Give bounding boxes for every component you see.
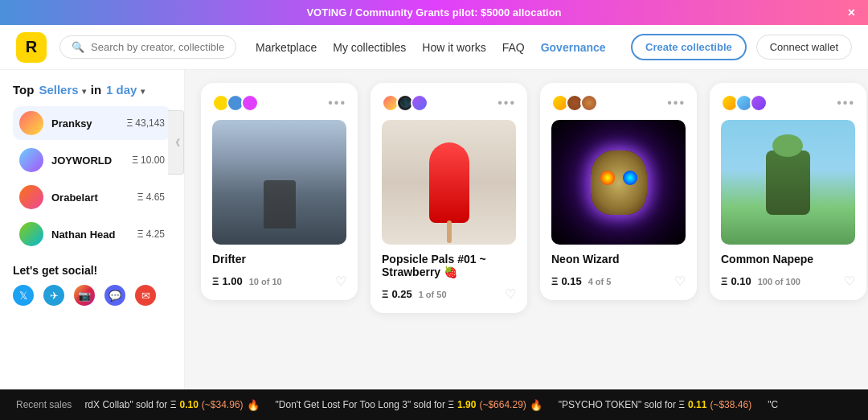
recent-sales-bar: Recent sales rdX Collab" sold for Ξ 0.10…	[0, 389, 868, 420]
fire-icon-1: 🔥	[247, 399, 260, 411]
nft-card-drifter: ••• Drifter Ξ 1.00 10 of 10 ♡	[201, 83, 358, 300]
popsicle-artwork	[382, 120, 516, 245]
napepe-artwork	[721, 120, 855, 245]
header-actions: Create collectible Connect wallet	[631, 34, 852, 60]
seller-avatar-orabelart	[19, 185, 43, 209]
recent-sales-ticker: rdX Collab" sold for Ξ 0.10 (~$34.96) 🔥 …	[84, 399, 778, 411]
eth-symbol: Ξ	[132, 154, 138, 166]
card-image-neon-wizard[interactable]	[551, 120, 686, 245]
card-footer-popsicle: Ξ 0.25 1 of 50 ♡	[382, 286, 516, 302]
sellers-period[interactable]: 1 day ▾	[106, 83, 145, 97]
skull-eye-right	[623, 171, 637, 185]
seller-score-orabelart: Ξ 4.65	[137, 191, 165, 203]
nft-card-napepe: ••• Common Napepe Ξ 0.10 100 of 100 ♡	[710, 83, 866, 300]
card-menu-drifter[interactable]: •••	[328, 96, 346, 110]
heart-icon-napepe[interactable]: ♡	[844, 274, 855, 289]
card-menu-napepe[interactable]: •••	[837, 96, 855, 110]
nav-my-collectibles[interactable]: My collectibles	[333, 41, 406, 54]
nav-governance[interactable]: Governance	[541, 41, 606, 54]
sale-item-1: rdX Collab" sold for Ξ 0.10 (~$34.96) 🔥	[84, 399, 259, 411]
connect-wallet-button[interactable]: Connect wallet	[756, 35, 852, 60]
seller-item-joyworld[interactable]: JOYWORLD Ξ 10.00	[13, 143, 171, 177]
sale-change-3: (~$38.46)	[710, 399, 751, 410]
card-menu-neon-wizard[interactable]: •••	[667, 96, 686, 110]
discord-icon[interactable]: 💬	[104, 285, 125, 306]
skull-eye-left	[600, 171, 615, 185]
skull-face	[591, 150, 647, 215]
content-area: ••• Drifter Ξ 1.00 10 of 10 ♡ 🌑	[185, 70, 868, 420]
eth-symbol: Ξ	[126, 117, 133, 129]
nav-faq[interactable]: FAQ	[502, 41, 525, 54]
sale-change-1: (~$34.96)	[202, 399, 244, 410]
seller-name-joyworld: JOYWORLD	[51, 154, 124, 167]
card-avatar-3	[241, 94, 259, 112]
card-image-drifter[interactable]	[212, 120, 346, 245]
card-avatars-drifter	[212, 94, 256, 112]
seller-avatar-nathan	[19, 222, 43, 246]
fire-icon-2: 🔥	[530, 399, 542, 411]
banner-text: VOTING / Community Grants pilot: $5000 a…	[306, 6, 561, 19]
seller-name-nathan: Nathan Head	[51, 229, 129, 241]
nft-edition-neon-wizard: 4 of 5	[588, 277, 612, 286]
eth-symbol: Ξ	[721, 275, 727, 287]
card-header-neon-wizard: •••	[551, 94, 686, 112]
seller-name-orabelart: Orabelart	[51, 191, 129, 204]
sale-item-4: "C	[768, 399, 778, 410]
eth-symbol: Ξ	[212, 275, 219, 287]
email-icon[interactable]: ✉	[135, 285, 156, 306]
twitter-icon[interactable]: 𝕏	[13, 285, 34, 306]
create-collectible-button[interactable]: Create collectible	[631, 34, 747, 60]
card-avatar-nw3	[580, 94, 598, 112]
telegram-icon[interactable]: ✈	[43, 285, 64, 306]
social-icons: 𝕏 ✈ 📷 💬 ✉	[13, 285, 171, 306]
search-input[interactable]	[91, 41, 224, 53]
sidebar-collapse-button[interactable]: 《	[168, 110, 184, 175]
heart-icon-neon-wizard[interactable]: ♡	[674, 274, 686, 289]
sellers-dropdown-arrow[interactable]: ▾	[82, 87, 86, 96]
seller-item-nathan[interactable]: Nathan Head Ξ 4.25	[13, 217, 171, 251]
social-section: Let's get social! 𝕏 ✈ 📷 💬 ✉	[13, 264, 171, 306]
card-avatar-p3	[411, 94, 428, 112]
nft-edition-napepe: 100 of 100	[758, 277, 800, 286]
recent-sales-label: Recent sales	[16, 399, 72, 410]
announcement-banner: VOTING / Community Grants pilot: $5000 a…	[0, 0, 868, 25]
search-box: 🔍	[59, 35, 236, 59]
seller-avatar-pranksy	[19, 111, 43, 135]
top-sellers-header: Top Sellers ▾ in 1 day ▾	[13, 83, 171, 97]
sale-item-3: "PSYCHO TOKEN" sold for Ξ 0.11 (~$38.46)	[559, 399, 751, 410]
seller-list: Pranksy Ξ 43,143 JOYWORLD Ξ 10.00 Orabel…	[13, 106, 171, 251]
instagram-icon[interactable]: 📷	[74, 285, 95, 306]
nav-how-it-works[interactable]: How it works	[422, 41, 485, 54]
card-header-popsicle: 🌑 •••	[382, 94, 516, 112]
eth-symbol: Ξ	[137, 191, 144, 203]
period-dropdown-arrow[interactable]: ▾	[141, 87, 145, 96]
logo[interactable]: R	[16, 32, 47, 63]
sidebar: 《 Top Sellers ▾ in 1 day ▾ Pranksy Ξ 43,…	[0, 70, 185, 420]
seller-name-pranksy: Pranksy	[51, 117, 118, 130]
seller-item-pranksy[interactable]: Pranksy Ξ 43,143	[13, 106, 171, 140]
social-title: Let's get social!	[13, 264, 171, 277]
card-header-drifter: •••	[212, 94, 346, 112]
card-avatars-neon-wizard	[551, 94, 595, 112]
card-image-napepe[interactable]	[721, 120, 855, 245]
card-image-popsicle[interactable]	[382, 120, 516, 245]
top-sellers-highlight: Sellers ▾	[39, 83, 85, 97]
seller-score-nathan: Ξ 4.25	[137, 229, 165, 240]
sale-item-2: "Don't Get Lost For Too Long 3" sold for…	[276, 399, 542, 411]
seller-avatar-joyworld	[19, 148, 43, 172]
popsicle-shape	[429, 142, 469, 223]
seller-item-orabelart[interactable]: Orabelart Ξ 4.65	[13, 180, 171, 214]
heart-icon-popsicle[interactable]: ♡	[505, 286, 516, 302]
nft-card-neon-wizard: ••• Neon Wizard Ξ 0.15 4 of 5 ♡	[540, 83, 697, 300]
search-icon: 🔍	[72, 41, 84, 53]
card-avatar-np3	[750, 94, 768, 112]
banner-close-button[interactable]: ×	[848, 6, 855, 20]
nft-title-popsicle: Popsicle Pals #01 ~ Strawberry 🍓	[382, 253, 516, 278]
eth-symbol: Ξ	[382, 288, 388, 300]
heart-icon-drifter[interactable]: ♡	[335, 274, 346, 289]
eth-symbol: Ξ	[137, 229, 144, 240]
nft-title-napepe: Common Napepe	[721, 253, 855, 266]
card-menu-popsicle[interactable]: •••	[497, 96, 516, 110]
card-footer-napepe: Ξ 0.10 100 of 100 ♡	[721, 274, 855, 289]
nav-marketplace[interactable]: Marketplace	[256, 41, 317, 54]
